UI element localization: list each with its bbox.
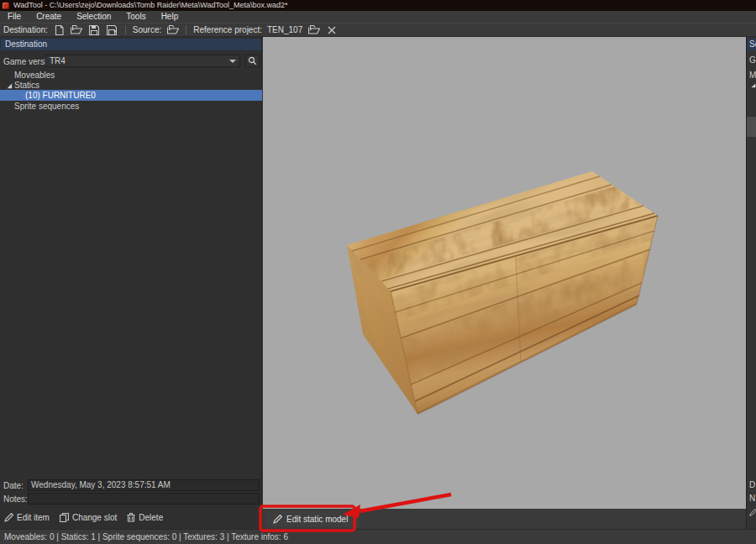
- source-panel-clipped: So G M D N: [746, 37, 756, 529]
- close-reference-icon[interactable]: [325, 24, 338, 36]
- change-slot-icon: [60, 513, 69, 522]
- tree-item-sprite-sequences[interactable]: Sprite sequences: [0, 102, 262, 112]
- menu-tools[interactable]: Tools: [118, 11, 153, 23]
- search-button[interactable]: [245, 55, 260, 67]
- new-file-icon[interactable]: [53, 24, 66, 36]
- title-bar: WadTool - C:\Users\zejo\Downloads\Tomb R…: [0, 0, 756, 11]
- search-icon: [248, 56, 257, 65]
- toolbar-separator: [125, 25, 126, 34]
- item-actions-row: Edit item Change slot Delete: [0, 507, 262, 527]
- menu-selection[interactable]: Selection: [69, 11, 118, 23]
- notes-field[interactable]: [28, 493, 260, 505]
- open-reference-folder-icon[interactable]: [307, 24, 320, 36]
- source-label: Source:: [133, 25, 161, 34]
- destination-label: Destination:: [3, 25, 48, 34]
- scrollbar-thumb[interactable]: [747, 117, 756, 137]
- save-icon[interactable]: [88, 24, 101, 36]
- date-label: Date:: [3, 481, 24, 490]
- change-slot-button[interactable]: Change slot: [60, 513, 117, 522]
- tree-item-moveables[interactable]: Moveables: [0, 71, 262, 81]
- menu-create[interactable]: Create: [29, 11, 69, 23]
- date-field[interactable]: Wednesday, May 3, 2023 8:57:51 AM: [28, 479, 260, 491]
- trash-icon: [127, 513, 135, 522]
- pencil-icon: [4, 513, 13, 522]
- expander-open-icon[interactable]: [6, 82, 13, 89]
- source-date-fragment: D: [749, 480, 755, 489]
- toolbar-separator: [186, 25, 186, 34]
- tool-bar: Destination: Source: Reference project: …: [0, 23, 756, 37]
- destination-panel-header: Destination: [1, 39, 261, 50]
- edit-item-button[interactable]: Edit item: [4, 513, 50, 522]
- menu-bar: File Create Selection Tools Help: [0, 11, 756, 23]
- expander-open-icon: [750, 82, 756, 88]
- open-destination-folder-icon[interactable]: [71, 24, 83, 36]
- edit-static-model-button[interactable]: Edit static model: [265, 511, 359, 527]
- wooden-box-model: [263, 37, 746, 509]
- tree-item-furniture0-selected[interactable]: (10) FURNITURE0: [0, 90, 262, 101]
- reference-project-label: Reference project:: [193, 25, 262, 34]
- menu-help[interactable]: Help: [154, 11, 186, 23]
- source-panel-header-fragment: So: [748, 39, 756, 50]
- source-game-version-fragment: G: [749, 55, 756, 65]
- open-source-folder-icon[interactable]: [166, 24, 179, 36]
- chevron-down-icon: [229, 60, 236, 63]
- menu-file[interactable]: File: [0, 11, 29, 23]
- destination-panel: Destination Game version: TR4 Moveables …: [0, 37, 262, 529]
- 3d-viewport[interactable]: [263, 37, 746, 509]
- pencil-icon: [749, 509, 756, 516]
- source-moveables-fragment: M: [749, 71, 756, 80]
- pencil-icon: [273, 515, 282, 524]
- main-area: Destination Game version: TR4 Moveables …: [0, 37, 756, 529]
- wad-statistics: Moveables: 0 | Statics: 1 | Sprite seque…: [4, 532, 288, 541]
- save-as-icon[interactable]: [106, 24, 118, 36]
- game-version-dropdown[interactable]: TR4: [45, 55, 240, 67]
- game-version-value: TR4: [50, 55, 66, 66]
- wadtool-window: WadTool - C:\Users\zejo\Downloads\Tomb R…: [0, 0, 756, 544]
- status-bar: Moveables: 0 | Statics: 1 | Sprite seque…: [0, 529, 756, 544]
- wadtool-app-icon: [3, 3, 9, 9]
- window-title: WadTool - C:\Users\zejo\Downloads\Tomb R…: [13, 0, 287, 11]
- source-notes-fragment: N: [749, 494, 755, 503]
- reference-project-value: TEN_107: [267, 25, 302, 34]
- notes-label: Notes:: [3, 494, 28, 504]
- center-column: Edit static model: [263, 37, 746, 529]
- delete-button[interactable]: Delete: [127, 513, 163, 522]
